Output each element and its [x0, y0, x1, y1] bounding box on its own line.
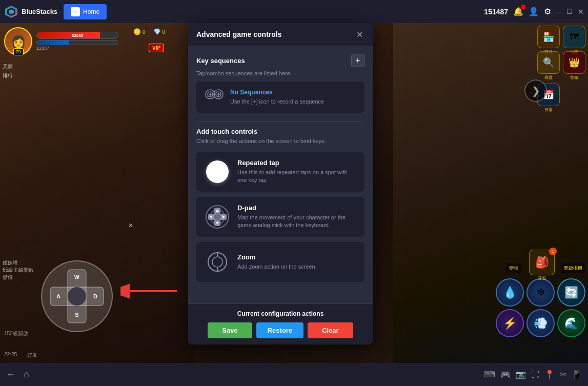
dialog-close-button[interactable]: ✕: [354, 29, 364, 39]
bottom-right-controls: ⌨ 🎮 📷 ⛶ 📍 ✂ 📱: [483, 370, 582, 379]
bluestacks-logo-icon: [4, 5, 18, 19]
skill-2[interactable]: ❄: [526, 278, 555, 307]
backpack-btn[interactable]: 🎒 1 背包: [529, 250, 555, 281]
nav-arrow[interactable]: ❯: [524, 79, 547, 102]
config-label: Current configuration actions: [196, 310, 364, 317]
zoom-text: Zoom Add zoom action on the screen: [237, 253, 356, 271]
app-logo: BlueStacks: [4, 5, 57, 19]
dialog-overlay: Advanced game controls ✕ Key sequences +…: [195, 23, 393, 386]
menu-item-treasure[interactable]: 🔍 尋寶: [537, 51, 560, 80]
left-menu: 天師 排行: [3, 63, 13, 79]
dialog-title: Advanced game controls: [196, 30, 282, 38]
scissors-icon[interactable]: ✂: [560, 370, 566, 379]
settings-icon[interactable]: ⚙: [544, 7, 551, 16]
zoom-card-icon: [205, 249, 230, 275]
dpad-svg-icon: [206, 205, 229, 229]
notification-icon[interactable]: 🔔: [513, 7, 523, 16]
game-bottom-info: 22:25 好友: [4, 352, 37, 359]
character-info: 👩 79 62035 12337: [4, 27, 118, 55]
divider-1: [196, 121, 364, 121]
home-tab[interactable]: ⌂ Home: [64, 4, 107, 19]
dpad-close[interactable]: ✕: [128, 222, 133, 229]
user-icon[interactable]: 👤: [529, 7, 539, 16]
no-sequences-title: No Sequences: [230, 89, 356, 96]
skill-5[interactable]: 💨: [526, 309, 555, 337]
dpad-controller[interactable]: W S A D ✕: [41, 260, 113, 332]
save-button[interactable]: Save: [208, 322, 252, 338]
key-sequences-title: Key sequences: [196, 57, 245, 65]
strengthen-label[interactable]: 變強: [506, 263, 521, 273]
skill-6[interactable]: 🌊: [557, 309, 585, 337]
clear-button[interactable]: Clear: [308, 322, 353, 338]
location-icon[interactable]: 📍: [544, 370, 555, 379]
menu-item-boss[interactable]: 👑 首領: [563, 51, 585, 80]
touch-controls-desc: Click or drag the actions on the screen …: [196, 137, 364, 145]
no-sequences-text: No Sequences Use the [+] icon to record …: [230, 89, 356, 106]
menu-item-map[interactable]: 🗺 地圖: [563, 26, 585, 55]
key-sequences-header: Key sequences +: [196, 54, 364, 67]
game-right-panel: 🏪 商城 🗺 地圖 🔍 尋寶 👑 首領 📅 日常 ❯: [393, 23, 588, 363]
dpad-card[interactable]: D-pad Map the movement of your character…: [196, 197, 364, 237]
key-sequences-desc: Tap/combo sequences are listed here.: [196, 70, 364, 76]
zoom-desc: Add zoom action on the screen: [237, 263, 356, 271]
dialog-footer: Current configuration actions Save Resto…: [188, 303, 373, 344]
skill-3[interactable]: 🔄: [557, 278, 585, 307]
close-button[interactable]: ✕: [578, 8, 584, 16]
dpad-text: D-pad Map the movement of your character…: [237, 204, 356, 230]
dialog-body: Key sequences + Tap/combo sequences are …: [188, 46, 373, 303]
skill-1[interactable]: 💧: [496, 278, 524, 307]
dpad-name: D-pad: [237, 204, 356, 212]
restore-button[interactable]: ☐: [566, 8, 573, 15]
sequence-icon: [205, 89, 224, 100]
repeated-tap-card[interactable]: Repeated tap Use this to add repeated ta…: [196, 152, 364, 192]
tap-circle-icon: [206, 160, 229, 183]
svg-text:S: S: [75, 312, 78, 318]
skill-grid: 💧 ❄ 🔄 ⚡ 💨 🌊: [496, 278, 585, 337]
footer-buttons: Save Restore Clear: [196, 322, 364, 338]
repeated-tap-text: Repeated tap Use this to add repeated ta…: [237, 159, 356, 185]
svg-point-30: [212, 257, 222, 267]
add-sequence-button[interactable]: +: [351, 54, 364, 67]
red-arrow: [120, 278, 182, 304]
minimize-button[interactable]: ─: [556, 8, 561, 16]
tower-label: 鎖妖塔 65級主線開啟 儲值: [3, 259, 34, 281]
dpad-desc: Map the movement of your character or th…: [237, 214, 356, 230]
no-sequences-desc: Use the [+] icon to record a sequence: [230, 98, 356, 106]
home-tab-icon: ⌂: [71, 7, 80, 16]
game-status-text: 150級開啟: [4, 330, 28, 337]
zoom-svg-icon: [206, 250, 229, 274]
restore-button[interactable]: Restore: [256, 322, 303, 338]
app-name: BlueStacks: [22, 8, 57, 15]
svg-text:W: W: [74, 274, 80, 280]
dialog-header: Advanced game controls ✕: [188, 23, 373, 46]
dpad-shape: W S A D: [46, 266, 108, 327]
fullscreen-icon[interactable]: ⛶: [531, 370, 539, 379]
svg-point-5: [68, 287, 86, 306]
gamepad-icon[interactable]: 🎮: [500, 370, 511, 379]
svg-point-24: [214, 213, 221, 220]
keyboard-icon[interactable]: ⌨: [483, 370, 495, 379]
body-spacer: [196, 287, 364, 295]
menu-item-shop[interactable]: 🏪 商城: [537, 26, 560, 55]
svg-text:D: D: [93, 293, 97, 299]
score-display: 151487: [484, 8, 508, 16]
top-taskbar: BlueStacks ⌂ Home 151487 🔔 👤 ⚙ ─ ☐ ✕: [0, 0, 588, 23]
home-button[interactable]: ⌂: [24, 369, 29, 380]
touch-controls-title: Add touch controls: [196, 128, 364, 135]
zoom-name: Zoom: [237, 253, 356, 261]
camera-icon[interactable]: 📷: [516, 370, 526, 379]
auto-label[interactable]: 開啟掛機: [561, 263, 585, 273]
repeated-tap-name: Repeated tap: [237, 159, 356, 167]
repeated-tap-desc: Use this to add repeated taps on a spot …: [237, 169, 356, 185]
skill-4[interactable]: ⚡: [496, 309, 524, 337]
repeated-tap-icon: [205, 159, 230, 185]
home-tab-label: Home: [83, 8, 99, 15]
taskbar-right: 151487 🔔 👤 ⚙ ─ ☐ ✕: [484, 7, 584, 16]
zoom-card[interactable]: Zoom Add zoom action on the screen: [196, 242, 364, 282]
back-button[interactable]: ←: [6, 369, 15, 380]
advanced-controls-dialog: Advanced game controls ✕ Key sequences +…: [188, 23, 373, 344]
svg-text:A: A: [56, 293, 60, 299]
mobile-icon[interactable]: 📱: [572, 370, 582, 379]
vip-badge: VIP: [149, 44, 164, 52]
game-left-panel: 👩 79 62035 12337 🪙 0 💎 0 VIP: [0, 23, 195, 363]
